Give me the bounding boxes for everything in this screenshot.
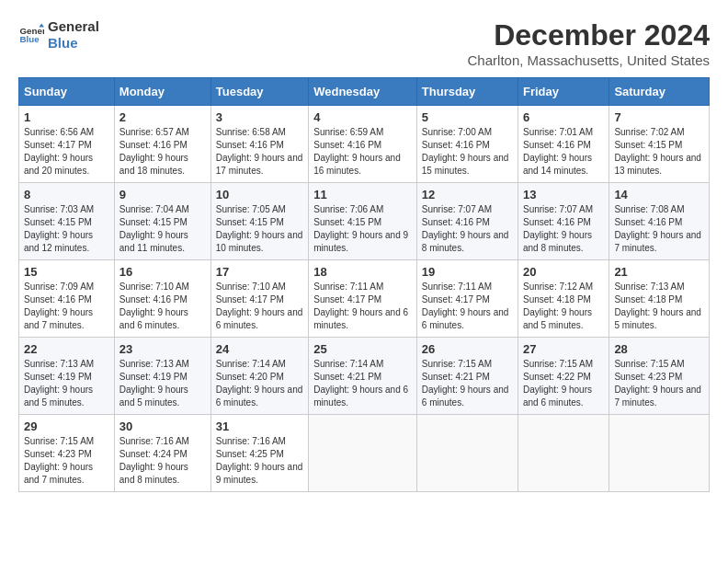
day-info: Sunrise: 7:15 AM Sunset: 4:23 PM Dayligh… [614, 358, 704, 409]
week-row-4: 22 Sunrise: 7:13 AM Sunset: 4:19 PM Dayl… [19, 338, 710, 415]
day-info: Sunrise: 7:07 AM Sunset: 4:16 PM Dayligh… [422, 203, 513, 255]
day-info: Sunrise: 6:57 AM Sunset: 4:16 PM Dayligh… [119, 126, 206, 178]
day-info: Sunrise: 7:08 AM Sunset: 4:16 PM Dayligh… [614, 203, 704, 255]
header-cell-wednesday: Wednesday [309, 78, 417, 106]
day-info: Sunrise: 7:01 AM Sunset: 4:16 PM Dayligh… [523, 126, 604, 178]
header-cell-tuesday: Tuesday [210, 78, 308, 106]
calendar-table: SundayMondayTuesdayWednesdayThursdayFrid… [18, 77, 710, 492]
day-number: 8 [24, 188, 109, 201]
day-number: 21 [614, 265, 704, 279]
month-title: December 2024 [468, 18, 710, 52]
day-number: 20 [523, 265, 604, 279]
day-cell: 3 Sunrise: 6:58 AM Sunset: 4:16 PM Dayli… [210, 106, 308, 183]
day-cell: 4 Sunrise: 6:59 AM Sunset: 4:16 PM Dayli… [309, 106, 417, 183]
svg-text:Blue: Blue [19, 34, 40, 44]
day-number: 9 [119, 188, 206, 201]
day-number: 4 [313, 110, 412, 124]
day-info: Sunrise: 7:09 AM Sunset: 4:16 PM Dayligh… [24, 281, 109, 332]
day-cell: 28 Sunrise: 7:15 AM Sunset: 4:23 PM Dayl… [609, 338, 710, 415]
day-number: 10 [216, 188, 303, 201]
day-info: Sunrise: 7:10 AM Sunset: 4:16 PM Dayligh… [119, 281, 206, 332]
day-cell: 19 Sunrise: 7:11 AM Sunset: 4:17 PM Dayl… [416, 260, 518, 338]
header-cell-sunday: Sunday [19, 78, 115, 106]
day-number: 15 [24, 265, 109, 279]
day-info: Sunrise: 7:15 AM Sunset: 4:21 PM Dayligh… [422, 358, 513, 409]
day-info: Sunrise: 7:06 AM Sunset: 4:15 PM Dayligh… [313, 203, 412, 255]
header-cell-monday: Monday [114, 78, 210, 106]
title-area: December 2024 Charlton, Massachusetts, U… [468, 18, 710, 68]
day-info: Sunrise: 7:11 AM Sunset: 4:17 PM Dayligh… [313, 281, 412, 332]
day-cell: 26 Sunrise: 7:15 AM Sunset: 4:21 PM Dayl… [416, 338, 518, 415]
day-cell: 6 Sunrise: 7:01 AM Sunset: 4:16 PM Dayli… [518, 106, 609, 183]
day-info: Sunrise: 7:15 AM Sunset: 4:22 PM Dayligh… [523, 358, 604, 409]
day-cell: 7 Sunrise: 7:02 AM Sunset: 4:15 PM Dayli… [609, 106, 710, 183]
header-cell-friday: Friday [518, 78, 609, 106]
day-info: Sunrise: 7:16 AM Sunset: 4:24 PM Dayligh… [119, 435, 206, 487]
day-info: Sunrise: 7:13 AM Sunset: 4:19 PM Dayligh… [24, 358, 109, 409]
day-cell: 14 Sunrise: 7:08 AM Sunset: 4:16 PM Dayl… [609, 183, 710, 260]
header-cell-thursday: Thursday [416, 78, 518, 106]
day-number: 31 [216, 419, 303, 433]
day-cell: 27 Sunrise: 7:15 AM Sunset: 4:22 PM Dayl… [518, 338, 609, 415]
day-info: Sunrise: 7:14 AM Sunset: 4:20 PM Dayligh… [216, 358, 303, 409]
day-info: Sunrise: 7:07 AM Sunset: 4:16 PM Dayligh… [523, 203, 604, 255]
day-number: 11 [313, 188, 412, 201]
day-number: 18 [313, 265, 412, 279]
day-cell: 24 Sunrise: 7:14 AM Sunset: 4:20 PM Dayl… [210, 338, 308, 415]
day-cell: 29 Sunrise: 7:15 AM Sunset: 4:23 PM Dayl… [19, 415, 115, 492]
day-cell: 15 Sunrise: 7:09 AM Sunset: 4:16 PM Dayl… [19, 260, 115, 338]
day-cell: 2 Sunrise: 6:57 AM Sunset: 4:16 PM Dayli… [114, 106, 210, 183]
day-number: 27 [523, 342, 604, 356]
day-cell: 16 Sunrise: 7:10 AM Sunset: 4:16 PM Dayl… [114, 260, 210, 338]
day-cell: 31 Sunrise: 7:16 AM Sunset: 4:25 PM Dayl… [210, 415, 308, 492]
day-cell: 9 Sunrise: 7:04 AM Sunset: 4:15 PM Dayli… [114, 183, 210, 260]
day-cell [416, 415, 518, 492]
day-number: 12 [422, 188, 513, 201]
day-cell [309, 415, 417, 492]
week-row-5: 29 Sunrise: 7:15 AM Sunset: 4:23 PM Dayl… [19, 415, 710, 492]
day-number: 29 [24, 419, 109, 433]
day-info: Sunrise: 7:11 AM Sunset: 4:17 PM Dayligh… [422, 281, 513, 332]
day-cell: 23 Sunrise: 7:13 AM Sunset: 4:19 PM Dayl… [114, 338, 210, 415]
calendar-body: 1 Sunrise: 6:56 AM Sunset: 4:17 PM Dayli… [19, 106, 710, 492]
day-cell: 25 Sunrise: 7:14 AM Sunset: 4:21 PM Dayl… [309, 338, 417, 415]
day-number: 14 [614, 188, 704, 201]
day-cell: 11 Sunrise: 7:06 AM Sunset: 4:15 PM Dayl… [309, 183, 417, 260]
day-info: Sunrise: 6:56 AM Sunset: 4:17 PM Dayligh… [24, 126, 109, 178]
day-number: 1 [24, 110, 109, 124]
day-cell: 21 Sunrise: 7:13 AM Sunset: 4:18 PM Dayl… [609, 260, 710, 338]
day-cell: 18 Sunrise: 7:11 AM Sunset: 4:17 PM Dayl… [309, 260, 417, 338]
week-row-3: 15 Sunrise: 7:09 AM Sunset: 4:16 PM Dayl… [19, 260, 710, 338]
day-info: Sunrise: 7:05 AM Sunset: 4:15 PM Dayligh… [216, 203, 303, 255]
day-cell: 22 Sunrise: 7:13 AM Sunset: 4:19 PM Dayl… [19, 338, 115, 415]
day-number: 30 [119, 419, 206, 433]
day-cell: 20 Sunrise: 7:12 AM Sunset: 4:18 PM Dayl… [518, 260, 609, 338]
day-number: 16 [119, 265, 206, 279]
day-number: 19 [422, 265, 513, 279]
logo-general: General [48, 18, 99, 35]
day-cell: 17 Sunrise: 7:10 AM Sunset: 4:17 PM Dayl… [210, 260, 308, 338]
day-number: 7 [614, 110, 704, 124]
day-cell [609, 415, 710, 492]
day-number: 25 [313, 342, 412, 356]
day-cell: 12 Sunrise: 7:07 AM Sunset: 4:16 PM Dayl… [416, 183, 518, 260]
day-number: 28 [614, 342, 704, 356]
day-number: 22 [24, 342, 109, 356]
day-cell: 30 Sunrise: 7:16 AM Sunset: 4:24 PM Dayl… [114, 415, 210, 492]
logo-icon: General Blue [18, 22, 44, 48]
day-number: 13 [523, 188, 604, 201]
day-number: 3 [216, 110, 303, 124]
day-number: 2 [119, 110, 206, 124]
day-cell: 8 Sunrise: 7:03 AM Sunset: 4:15 PM Dayli… [19, 183, 115, 260]
day-info: Sunrise: 7:10 AM Sunset: 4:17 PM Dayligh… [216, 281, 303, 332]
day-cell: 10 Sunrise: 7:05 AM Sunset: 4:15 PM Dayl… [210, 183, 308, 260]
day-info: Sunrise: 7:02 AM Sunset: 4:15 PM Dayligh… [614, 126, 704, 178]
day-number: 5 [422, 110, 513, 124]
day-info: Sunrise: 7:12 AM Sunset: 4:18 PM Dayligh… [523, 281, 604, 332]
day-info: Sunrise: 6:58 AM Sunset: 4:16 PM Dayligh… [216, 126, 303, 178]
day-number: 26 [422, 342, 513, 356]
day-number: 24 [216, 342, 303, 356]
day-info: Sunrise: 7:03 AM Sunset: 4:15 PM Dayligh… [24, 203, 109, 255]
week-row-2: 8 Sunrise: 7:03 AM Sunset: 4:15 PM Dayli… [19, 183, 710, 260]
day-info: Sunrise: 7:04 AM Sunset: 4:15 PM Dayligh… [119, 203, 206, 255]
